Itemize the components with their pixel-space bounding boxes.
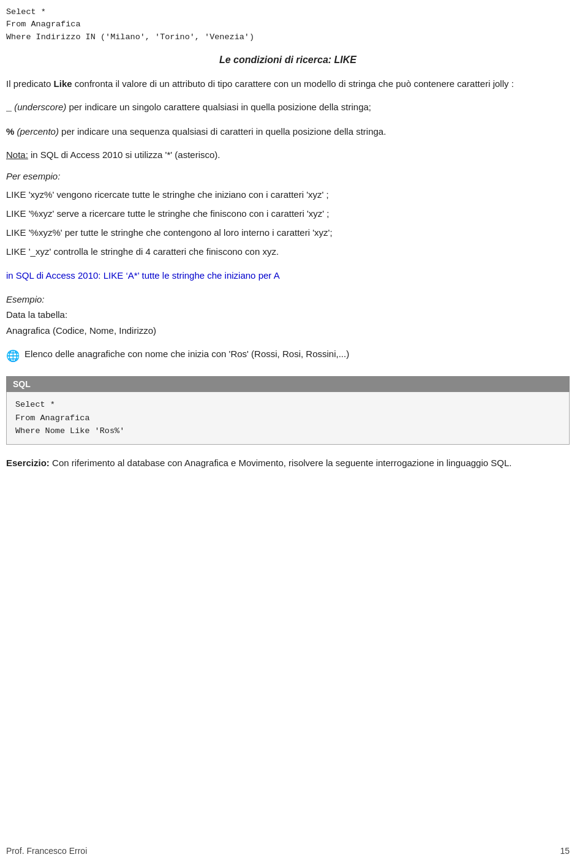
esercizio-label: Esercizio: [6,458,50,468]
section-title: Le condizioni di ricerca: LIKE [6,55,570,66]
code-line-3: Where Indirizzo IN ('Milano', 'Torino', … [6,31,570,43]
nota: Nota: in SQL di Access 2010 si utilizza … [6,148,570,162]
sql-body-line3: Where Nome Like 'Ros%' [15,425,560,438]
footer-page-number: 15 [560,846,570,856]
sql-body: Select * From Anagrafica Where Nome Like… [6,392,570,445]
esercizio-text: Con riferimento al database con Anagrafi… [52,458,511,468]
sql-header: SQL [6,376,570,392]
underscore-paragraph: _ (underscore) per indicare un singolo c… [6,100,570,116]
like-list: LIKE 'xyz%' vengono ricercate tutte le s… [6,186,570,260]
footer-author: Prof. Francesco Erroi [6,846,87,856]
esempio-label: Esempio: [6,294,45,304]
per-esempio-label: Per esempio: [6,171,570,181]
code-line-1: Select * [6,6,570,18]
sql-block: SQL Select * From Anagrafica Where Nome … [6,376,570,445]
sql-body-line1: Select * [15,398,560,412]
like-example-2: LIKE '%xyz' serve a ricercare tutte le s… [6,205,570,222]
bullet-item: 🌐 Elenco delle anagrafiche con nome che … [6,347,570,365]
code-line-2: From Anagrafica [6,18,570,31]
esempio-line1: Data la tabella: [6,309,67,320]
esempio-section: Esempio: Data la tabella: Anagrafica (Co… [6,292,570,339]
page: Select * From Anagrafica Where Indirizzo… [0,0,588,518]
esempio-table: Anagrafica (Codice, Nome, Indirizzo) [6,325,156,336]
like-example-4: LIKE '_xyz' controlla le stringhe di 4 c… [6,243,570,260]
percent-paragraph: % (percento) per indicare una sequenza q… [6,124,570,139]
bullet-icon: 🌐 [6,347,20,365]
like-example-1: LIKE 'xyz%' vengono ricercate tutte le s… [6,186,570,203]
footer: Prof. Francesco Erroi 15 [6,846,570,856]
section-title-text: Le condizioni di ricerca: LIKE [219,55,356,65]
like-example-3: LIKE '%xyz%' per tutte le stringhe che c… [6,224,570,241]
intro-paragraph: Il predicato Like confronta il valore di… [6,77,570,91]
code-block-top: Select * From Anagrafica Where Indirizzo… [6,6,570,43]
esercizio: Esercizio: Con riferimento al database c… [6,456,570,470]
access-note-rest: LIKE ‘A*’ tutte le stringhe che iniziano… [101,270,280,281]
bullet-text: Elenco delle anagrafiche con nome che in… [24,347,349,361]
access-note: in SQL di Access 2010: LIKE ‘A*’ tutte l… [6,268,570,283]
access-note-colored: in SQL di Access 2010: [6,270,101,281]
sql-body-line2: From Anagrafica [15,412,560,425]
